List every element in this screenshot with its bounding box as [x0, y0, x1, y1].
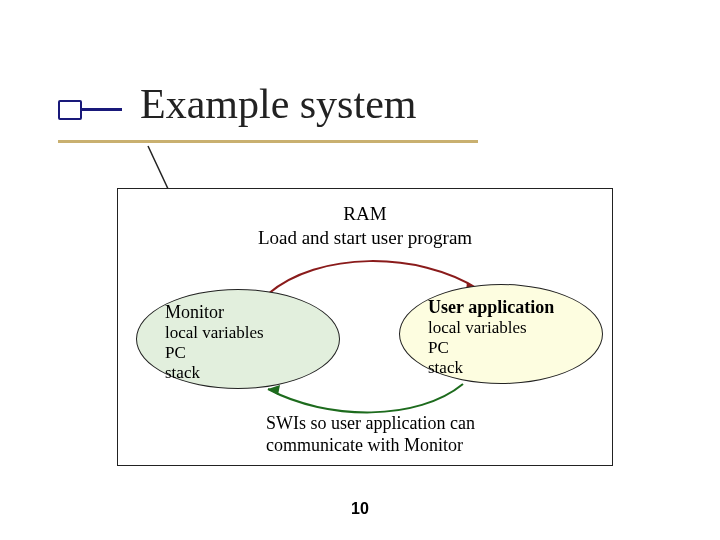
- monitor-heading: Monitor: [165, 302, 264, 323]
- monitor-line1: local variables: [165, 323, 264, 343]
- page-number: 10: [0, 500, 720, 518]
- user-ellipse: User application local variables PC stac…: [399, 284, 603, 384]
- diagram-box: RAM Load and start user program Monitor …: [117, 188, 613, 466]
- swi-text: SWIs so user application can communicate…: [266, 413, 576, 456]
- ram-label: RAM: [118, 203, 612, 225]
- slide-title: Example system: [140, 81, 416, 127]
- title-underline: [58, 140, 478, 143]
- load-label: Load and start user program: [118, 227, 612, 249]
- title-bullet-icon: [58, 100, 82, 120]
- arc-swi: [268, 384, 463, 412]
- title-area: Example system: [58, 80, 416, 128]
- user-line3: stack: [428, 358, 554, 378]
- user-heading: User application: [428, 297, 554, 318]
- user-line2: PC: [428, 338, 554, 358]
- arc-load-start: [268, 261, 478, 294]
- user-line1: local variables: [428, 318, 554, 338]
- monitor-line2: PC: [165, 343, 264, 363]
- monitor-line3: stack: [165, 363, 264, 383]
- monitor-ellipse: Monitor local variables PC stack: [136, 289, 340, 389]
